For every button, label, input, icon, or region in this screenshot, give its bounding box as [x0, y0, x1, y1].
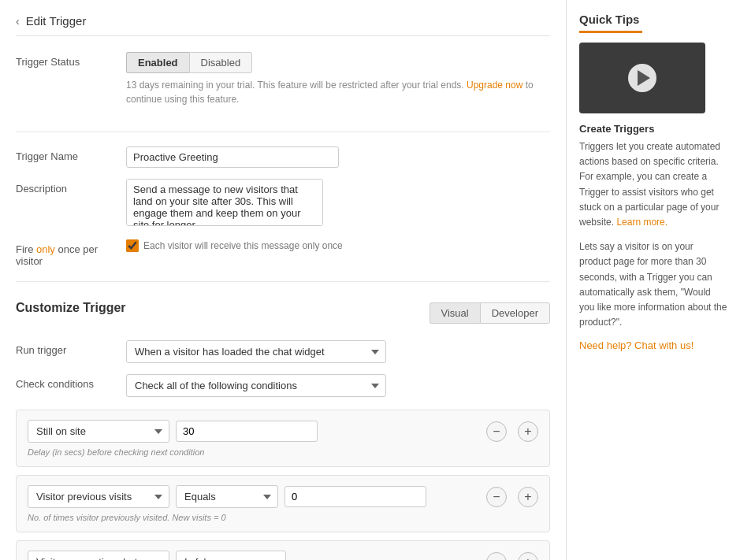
- remove-condition-button-3[interactable]: −: [486, 552, 507, 561]
- developer-button[interactable]: Developer: [480, 302, 550, 324]
- remove-condition-button-2[interactable]: −: [486, 487, 507, 507]
- condition-row-1: Still on siteVisitor previous visitsVisi…: [28, 420, 538, 443]
- description-textarea-wrapper: [126, 179, 323, 228]
- play-button[interactable]: [628, 64, 656, 92]
- fire-once-row: Fire only once per visitor Each visitor …: [16, 239, 550, 282]
- description-control: [126, 179, 550, 228]
- run-trigger-row: Run trigger When a visitor has loaded th…: [16, 340, 550, 363]
- remove-condition-button-1[interactable]: −: [486, 421, 507, 442]
- check-conditions-row: Check conditions Check all of the follow…: [16, 374, 550, 397]
- trigger-status-label: Trigger Status: [16, 52, 126, 68]
- quick-tips-underline: [579, 31, 642, 33]
- condition-operator-select-3[interactable]: Is trueIs false: [176, 551, 286, 560]
- learn-more-link[interactable]: Learn more.: [616, 217, 667, 228]
- condition-block-1: Still on siteVisitor previous visitsVisi…: [16, 410, 550, 467]
- customize-header: Customize Trigger Visual Developer: [16, 298, 550, 328]
- trigger-name-input[interactable]: [126, 146, 339, 168]
- video-thumbnail[interactable]: [579, 43, 705, 113]
- condition-type-select-1[interactable]: Still on siteVisitor previous visitsVisi…: [28, 420, 169, 443]
- fire-once-description: Each visitor will receive this message o…: [143, 240, 343, 251]
- condition-type-select-3[interactable]: Still on siteVisitor previous visitsVisi…: [28, 551, 169, 560]
- run-trigger-select[interactable]: When a visitor has loaded the chat widge…: [126, 340, 386, 363]
- sidebar-example: Lets say a visitor is on your product pa…: [579, 239, 727, 330]
- condition-hint-2: No. of times visitor previously visited.…: [28, 513, 538, 522]
- trigger-name-row: Trigger Name: [16, 146, 550, 168]
- quick-tips-title: Quick Tips: [579, 13, 727, 26]
- customize-section: Customize Trigger Visual Developer Run t…: [16, 298, 550, 560]
- add-condition-button-1[interactable]: +: [518, 421, 538, 442]
- add-condition-button-3[interactable]: +: [518, 552, 538, 561]
- back-button[interactable]: ‹: [16, 15, 20, 28]
- check-conditions-control: Check all of the following conditionsChe…: [126, 374, 550, 397]
- fire-once-label: Fire only once per visitor: [16, 239, 126, 267]
- disabled-button[interactable]: Disabled: [189, 52, 253, 73]
- condition-hint-1: Delay (in secs) before checking next con…: [28, 447, 538, 457]
- description-label: Description: [16, 179, 126, 195]
- description-textarea[interactable]: [126, 179, 323, 226]
- trigger-name-control: [126, 146, 550, 168]
- page-title: Edit Trigger: [26, 14, 87, 28]
- description-row: Description: [16, 179, 550, 228]
- add-condition-button-2[interactable]: +: [518, 487, 538, 507]
- condition-type-select-2[interactable]: Still on siteVisitor previous visitsVisi…: [28, 485, 169, 508]
- fire-once-control: Each visitor will receive this message o…: [126, 239, 550, 252]
- chat-help-link[interactable]: Need help? Chat with us!: [579, 339, 694, 351]
- condition-block-3: Still on siteVisitor previous visitsVisi…: [16, 540, 550, 560]
- check-conditions-label: Check conditions: [16, 374, 126, 390]
- view-toggle-group: Visual Developer: [429, 302, 550, 324]
- play-icon: [638, 70, 650, 86]
- condition-input-1[interactable]: [176, 421, 318, 442]
- trigger-status-row: Trigger Status Enabled Disabled 13 days …: [16, 52, 550, 106]
- condition-block-2: Still on siteVisitor previous visitsVisi…: [16, 475, 550, 532]
- condition-row-2: Still on siteVisitor previous visitsVisi…: [28, 485, 538, 508]
- trigger-name-label: Trigger Name: [16, 146, 126, 162]
- customize-title: Customize Trigger: [16, 301, 126, 315]
- condition-row-3: Still on siteVisitor previous visitsVisi…: [28, 551, 538, 560]
- run-trigger-control: When a visitor has loaded the chat widge…: [126, 340, 550, 363]
- status-button-group: Enabled Disabled: [126, 52, 550, 73]
- enabled-button[interactable]: Enabled: [126, 52, 189, 73]
- fire-once-checkbox[interactable]: [126, 239, 139, 252]
- upgrade-link[interactable]: Upgrade now: [467, 80, 522, 91]
- condition-operator-select-2[interactable]: EqualsGreater thanLess thanNot equals: [176, 485, 278, 508]
- sidebar: Quick Tips Create Triggers Triggers let …: [567, 0, 740, 560]
- check-conditions-select[interactable]: Check all of the following conditionsChe…: [126, 374, 386, 397]
- sidebar-section-title: Create Triggers: [579, 123, 727, 135]
- trial-notice: 13 days remaining in your trial. This fe…: [126, 78, 550, 106]
- sidebar-description: Triggers let you create automated action…: [579, 139, 727, 230]
- conditions-container: Still on siteVisitor previous visitsVisi…: [16, 410, 550, 560]
- visual-button[interactable]: Visual: [429, 302, 480, 324]
- condition-input-2[interactable]: [284, 486, 426, 507]
- run-trigger-label: Run trigger: [16, 340, 126, 356]
- page-header: ‹ Edit Trigger: [16, 8, 550, 36]
- trigger-status-controls: Enabled Disabled 13 days remaining in yo…: [126, 52, 550, 106]
- trigger-status-section: Trigger Status Enabled Disabled 13 days …: [16, 52, 550, 132]
